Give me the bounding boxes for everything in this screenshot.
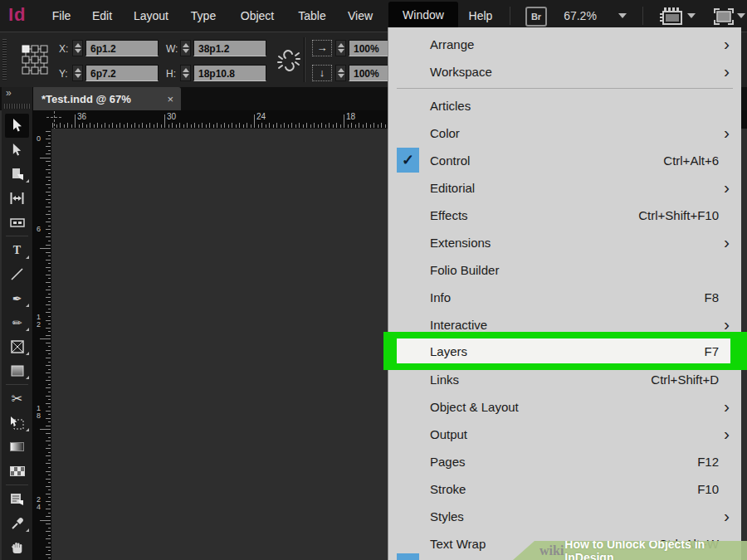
ruler-number: 0 bbox=[37, 135, 42, 143]
document-tab-title: *Test.indd @ 67% bbox=[32, 93, 131, 105]
menu-item-object-layout[interactable]: Object & Layout › bbox=[388, 393, 741, 421]
w-field-label: W: bbox=[166, 40, 178, 58]
ruler-number: 18 bbox=[346, 112, 355, 121]
menu-item-arrange[interactable]: Arrange › bbox=[388, 31, 741, 58]
free-transform-tool[interactable] bbox=[2, 411, 32, 435]
vertical-ruler[interactable]: 0 6 12 18 24 bbox=[33, 110, 51, 560]
reference-point-proxy-icon[interactable] bbox=[22, 44, 48, 79]
window-menu-dropdown: Arrange › Workspace › Articles Color › ✓… bbox=[388, 27, 741, 560]
submenu-arrow-icon: › bbox=[724, 393, 730, 421]
menubar-item-object[interactable]: Object bbox=[231, 0, 284, 32]
scale-x-stepper[interactable] bbox=[335, 40, 346, 56]
menu-item-label: Articles bbox=[430, 99, 471, 113]
panel-grip-handle[interactable] bbox=[4, 104, 30, 109]
zoom-dropdown-icon[interactable] bbox=[618, 13, 627, 18]
menu-item-pages[interactable]: Pages F12 bbox=[388, 448, 741, 475]
note-tool[interactable] bbox=[2, 487, 32, 511]
menu-item-label: Pages bbox=[430, 455, 466, 469]
menu-item-styles[interactable]: Styles › bbox=[388, 503, 741, 530]
h-field-label: H: bbox=[166, 65, 176, 83]
selection-tool[interactable] bbox=[5, 114, 29, 138]
page-tool[interactable] bbox=[2, 162, 32, 186]
control-panel-divider bbox=[304, 37, 305, 82]
direct-selection-tool[interactable] bbox=[2, 138, 32, 162]
gap-tool[interactable] bbox=[2, 186, 32, 210]
menubar-item-type[interactable]: Type bbox=[181, 0, 226, 32]
gradient-feather-tool[interactable] bbox=[2, 459, 32, 483]
menu-item-label: Effects bbox=[430, 208, 468, 222]
menu-item-effects[interactable]: Effects Ctrl+Shift+F10 bbox=[388, 202, 741, 229]
toolbar-divider bbox=[6, 485, 28, 485]
menu-item-extensions[interactable]: Extensions › bbox=[388, 229, 741, 256]
content-collector-tool[interactable] bbox=[2, 210, 32, 234]
watermark-prefix: wiki bbox=[540, 543, 564, 558]
toolbar-divider bbox=[6, 384, 28, 385]
menubar-item-view[interactable]: View bbox=[339, 0, 382, 32]
menubar-item-layout[interactable]: Layout bbox=[124, 0, 178, 32]
line-tool[interactable] bbox=[2, 262, 32, 286]
menu-item-label: Stroke bbox=[430, 482, 466, 496]
menu-item-layers-highlighted[interactable]: Layers F7 bbox=[397, 338, 730, 363]
bridge-icon[interactable]: Br bbox=[525, 7, 547, 27]
view-options-icon[interactable] bbox=[660, 7, 685, 30]
constrain-proportions-chain-icon[interactable] bbox=[277, 47, 300, 77]
menu-item-output[interactable]: Output › bbox=[388, 421, 741, 448]
scissors-tool[interactable]: ✂ bbox=[2, 387, 32, 411]
document-tab[interactable]: *Test.indd @ 67% × bbox=[32, 87, 181, 110]
menu-item-label: Folio Builder bbox=[430, 263, 499, 277]
y-stepper[interactable] bbox=[72, 65, 83, 81]
ruler-number: 12 bbox=[37, 314, 42, 329]
panel-grip-handle[interactable] bbox=[2, 39, 7, 80]
pen-tool[interactable]: ✒ bbox=[2, 286, 32, 310]
w-stepper[interactable] bbox=[180, 40, 191, 56]
menu-item-label: Styles bbox=[430, 509, 464, 523]
pencil-tool[interactable]: ✏ bbox=[2, 310, 32, 334]
h-value-field[interactable]: 18p10.8 bbox=[193, 65, 266, 81]
h-stepper[interactable] bbox=[180, 65, 191, 81]
indesign-window: Id File Edit Layout Type Object Table Vi… bbox=[0, 0, 747, 560]
menu-shortcut: F10 bbox=[697, 482, 719, 496]
toolbar-divider bbox=[6, 236, 28, 236]
x-value-field[interactable]: 6p1.2 bbox=[85, 40, 159, 56]
type-tool[interactable]: T bbox=[2, 238, 32, 262]
ruler-number: 24 bbox=[37, 496, 42, 511]
scale-y-stepper[interactable] bbox=[335, 65, 346, 81]
screen-mode-icon[interactable] bbox=[712, 7, 735, 30]
collapse-panel-icon[interactable]: » bbox=[2, 87, 32, 104]
w-value-field[interactable]: 38p1.2 bbox=[193, 40, 266, 56]
menu-shortcut: Ctrl+Shift+D bbox=[651, 373, 719, 387]
y-value-field[interactable]: 6p7.2 bbox=[85, 65, 159, 81]
menu-item-label: Color bbox=[430, 126, 460, 140]
rectangle-tool[interactable] bbox=[2, 358, 32, 382]
menubar-divider bbox=[510, 7, 510, 25]
menu-item-stroke[interactable]: Stroke F10 bbox=[388, 475, 741, 503]
menu-shortcut: F7 bbox=[704, 344, 719, 358]
submenu-arrow-icon: › bbox=[724, 174, 730, 202]
menu-item-control[interactable]: ✓ Control Ctrl+Alt+6 bbox=[388, 147, 741, 174]
submenu-arrow-icon: › bbox=[724, 229, 730, 256]
menu-item-articles[interactable]: Articles bbox=[388, 92, 741, 119]
menu-item-info[interactable]: Info F8 bbox=[388, 284, 741, 311]
ruler-origin-marker[interactable] bbox=[46, 117, 61, 118]
x-stepper[interactable] bbox=[72, 40, 83, 56]
hand-tool[interactable] bbox=[2, 535, 32, 559]
gradient-tool[interactable] bbox=[2, 435, 32, 459]
menu-item-workspace[interactable]: Workspace › bbox=[388, 58, 741, 85]
menubar-item-window[interactable]: Window bbox=[388, 2, 458, 29]
screen-mode-dropdown-icon[interactable] bbox=[737, 13, 745, 18]
eyedropper-tool[interactable] bbox=[2, 511, 32, 535]
ruler-number: 18 bbox=[37, 405, 42, 420]
close-tab-icon[interactable]: × bbox=[167, 93, 181, 105]
submenu-arrow-icon: › bbox=[724, 58, 730, 85]
menubar-item-file[interactable]: File bbox=[43, 0, 80, 32]
layers-highlight-frame: Layers F7 bbox=[383, 332, 747, 370]
menu-item-editorial[interactable]: Editorial › bbox=[388, 174, 741, 202]
view-options-dropdown-icon[interactable] bbox=[687, 13, 696, 18]
menubar-item-table[interactable]: Table bbox=[289, 0, 335, 32]
menu-separator bbox=[397, 88, 733, 89]
frame-tool[interactable] bbox=[2, 334, 32, 358]
menu-item-folio-builder[interactable]: Folio Builder bbox=[388, 256, 741, 284]
menubar-item-edit[interactable]: Edit bbox=[83, 0, 121, 32]
menu-item-color[interactable]: Color › bbox=[388, 119, 741, 147]
submenu-arrow-icon: › bbox=[724, 503, 730, 530]
